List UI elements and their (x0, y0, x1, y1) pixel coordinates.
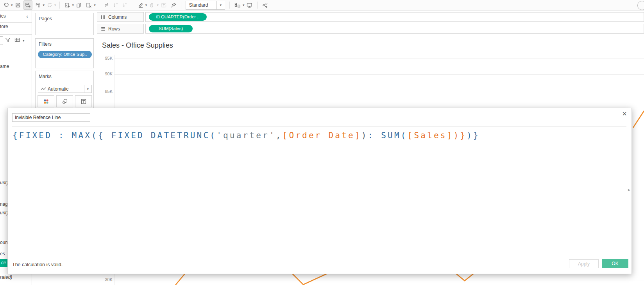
size-button[interactable] (56, 95, 73, 107)
columns-shelf[interactable]: ⊞ QUARTER(Order .. (145, 12, 644, 22)
color-dots-icon (43, 98, 49, 105)
formula-segment: , (276, 131, 283, 140)
show-me-caret-icon[interactable]: ▾ (243, 1, 245, 9)
ok-button[interactable]: OK (602, 259, 628, 268)
formula-segment-keyword: {FIXED : MAX({ FIXED DATETRUNC( (13, 131, 216, 140)
clear-sheet-button[interactable] (85, 1, 93, 9)
presentation-mode-button[interactable] (245, 1, 254, 9)
field-fragment[interactable]: es (0, 251, 5, 256)
filters-card-title: Filters (39, 41, 52, 47)
gridline (114, 92, 644, 92)
fit-selector-caret[interactable]: ▾ (216, 1, 225, 9)
formula-segment-field: [Order Date] (283, 131, 361, 140)
expand-pane-arrow-icon[interactable]: ▸ (628, 187, 630, 192)
sort-ascending-button[interactable] (112, 1, 120, 9)
duplicate-sheet-icon (76, 2, 82, 8)
collapse-pane-chevron-icon[interactable]: ‹ (26, 13, 28, 20)
field-fragment[interactable]: unt) (0, 210, 8, 216)
search-field-edge[interactable] (0, 36, 3, 45)
swap-rows-columns-button[interactable] (103, 1, 111, 9)
rows-pill-sum-sales[interactable]: SUM(Sales) (149, 25, 193, 32)
mark-type-caret[interactable]: ▾ (84, 85, 91, 93)
save-button[interactable] (14, 1, 22, 9)
fix-axes-button[interactable] (170, 1, 177, 9)
divider (12, 126, 626, 126)
pause-auto-updates-caret-icon[interactable]: ▾ (43, 1, 45, 9)
gridline (114, 74, 644, 75)
mark-type-dropdown[interactable]: Automatic ▾ (38, 85, 92, 93)
share-icon (262, 2, 268, 8)
caret-down-icon: ▾ (87, 85, 89, 93)
add-data-source-button[interactable] (23, 0, 32, 10)
toolbar-separator (59, 2, 60, 9)
close-icon[interactable]: × (622, 110, 627, 118)
view-options-caret-icon[interactable]: ▾ (23, 36, 25, 45)
sort-descending-button[interactable] (122, 1, 129, 9)
fit-selector-value: Standard (186, 2, 217, 8)
columns-pill-quarter-order-date[interactable]: ⊞ QUARTER(Order .. (149, 13, 207, 21)
columns-shelf-label: Columns (97, 12, 144, 22)
clear-sheet-caret-icon[interactable]: ▾ (94, 1, 96, 9)
columns-shelf-title: Columns (108, 14, 127, 20)
analytics-tab-fragment[interactable]: ics (0, 13, 6, 19)
refresh-button[interactable] (46, 1, 54, 9)
highlight-pen-icon (138, 2, 143, 8)
new-worksheet-caret-icon[interactable]: ▾ (72, 1, 74, 9)
help-button[interactable] (637, 1, 644, 10)
new-worksheet-button[interactable] (63, 1, 72, 9)
toolbar-separator (99, 2, 99, 9)
add-data-source-icon (25, 2, 31, 8)
datasource-name-fragment[interactable]: tore (0, 24, 8, 29)
replay-caret-icon[interactable]: ▾ (11, 1, 13, 9)
field-fragment[interactable]: rated) (0, 274, 12, 280)
presentation-monitor-icon (247, 2, 252, 8)
field-fragment[interactable]: unt) (0, 180, 8, 185)
field-fragment[interactable]: nag (0, 201, 8, 207)
refresh-icon (47, 2, 52, 8)
pages-card-title: Pages (39, 16, 52, 21)
expand-pill-icon[interactable]: ⊞ (156, 13, 160, 21)
y-axis-tick: 90K (93, 71, 113, 76)
toolbar-separator (229, 2, 230, 9)
calculation-name-input[interactable] (12, 113, 90, 122)
formula-segment-keyword: : SUM( (368, 131, 408, 140)
columns-icon (100, 14, 106, 20)
replay-icon (4, 2, 9, 8)
apply-button[interactable]: Apply (569, 259, 599, 268)
formula-editor[interactable]: {FIXED : MAX({ FIXED DATETRUNC('quarter'… (13, 131, 622, 140)
duplicate-sheet-button[interactable] (75, 1, 83, 9)
view-as-table-icon[interactable] (14, 37, 20, 43)
save-icon (15, 2, 21, 8)
format-link-caret-icon[interactable]: ▾ (157, 1, 159, 9)
label-button[interactable] (75, 95, 92, 107)
calculation-editor-dialog: × {FIXED : MAX({ FIXED DATETRUNC('quarte… (7, 108, 632, 274)
color-button[interactable] (38, 95, 54, 107)
mark-type-value: Automatic (48, 86, 84, 92)
filter-pill-category[interactable]: Category: Office Sup.. (38, 51, 92, 58)
replay-button[interactable] (2, 1, 10, 9)
rows-shelf[interactable]: SUM(Sales) (145, 24, 644, 34)
y-axis-tick: 95K (93, 56, 113, 61)
field-fragment[interactable]: ame (0, 64, 9, 69)
filter-funnel-icon[interactable] (5, 37, 11, 43)
show-me-icon (234, 2, 241, 8)
paperclip-icon (149, 2, 155, 8)
pause-auto-updates-icon (35, 2, 41, 8)
formula-segment-literal: 'quarter' (216, 131, 276, 140)
show-mark-labels-button[interactable] (160, 1, 168, 9)
pause-auto-updates-button[interactable] (34, 1, 42, 9)
swap-rows-columns-icon (104, 2, 109, 8)
sort-ascending-icon (113, 2, 119, 8)
show-me-button[interactable] (233, 1, 242, 9)
clear-sheet-icon (86, 2, 92, 8)
highlight-button[interactable] (137, 1, 145, 9)
toolbar-separator (257, 2, 258, 9)
format-link-button[interactable] (148, 1, 156, 9)
share-button[interactable] (261, 1, 269, 9)
formula-segment-field: )} (454, 131, 467, 140)
y-axis-tick: 30K (93, 277, 113, 282)
fit-selector[interactable]: Standard ▾ (186, 1, 225, 10)
refresh-caret-icon[interactable]: ▾ (54, 1, 56, 9)
highlight-caret-icon[interactable]: ▾ (145, 1, 147, 9)
sort-descending-icon (123, 2, 128, 8)
